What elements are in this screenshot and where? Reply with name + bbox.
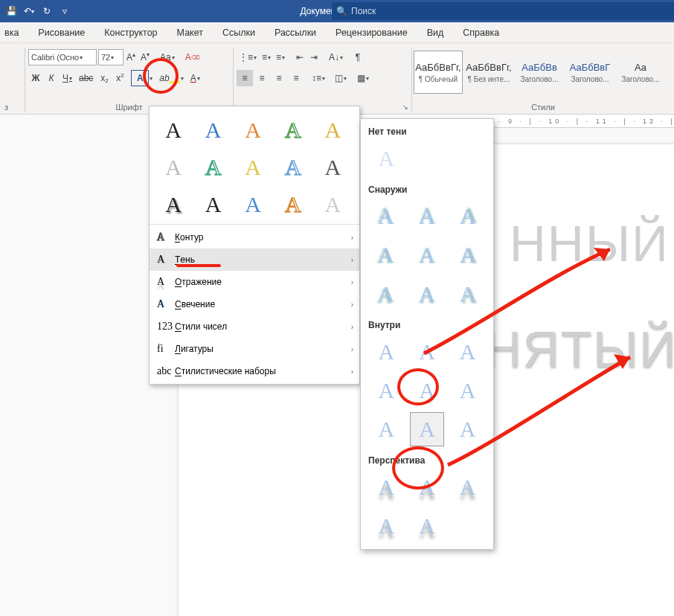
text-effect-preset[interactable]: A	[157, 114, 190, 147]
redo-icon[interactable]: ↻	[40, 4, 54, 18]
highlight-color-button[interactable]: ab	[156, 70, 186, 86]
clear-format-button[interactable]: A⌫	[183, 49, 202, 65]
text-effect-item-лигатуры[interactable]: fiЛигатуры›	[150, 338, 359, 360]
tab-рассылки[interactable]: Рассылки	[273, 28, 318, 38]
borders-button[interactable]: ▦	[355, 70, 371, 86]
grow-font-button[interactable]: A▴	[124, 49, 138, 65]
text-effect-item-стилистические наборы[interactable]: abcСтилистические наборы›	[150, 360, 359, 382]
shadow-preset[interactable]: A	[410, 470, 444, 504]
text-effect-item-контур[interactable]: AКонтур›	[150, 226, 359, 248]
strike-button[interactable]: abc	[76, 70, 96, 86]
tab-макет[interactable]: Макет	[176, 28, 205, 38]
change-case-button[interactable]: Aa	[158, 49, 177, 65]
underline-button[interactable]: Ч	[60, 70, 75, 86]
shadow-preset[interactable]: A	[410, 373, 444, 408]
sample-text-2: НЯТЫЙ	[484, 320, 674, 378]
shadow-preset[interactable]: A	[369, 373, 403, 408]
shadow-preset[interactable]: A	[369, 238, 403, 272]
text-effect-preset[interactable]: A	[237, 151, 269, 184]
shadow-preset[interactable]: A	[451, 412, 485, 446]
text-effect-item-свечение[interactable]: AСвечение›	[150, 293, 359, 315]
text-effects-menu: AAAAAAAAAAAAAAA AКонтур›AТень›AОтражение…	[149, 106, 360, 385]
align-center-button[interactable]: ≡	[254, 70, 270, 86]
shadow-preset[interactable]: A	[410, 277, 444, 311]
shadow-section-label: Внутри	[368, 317, 486, 335]
text-effect-item-стили чисел[interactable]: 123Стили чисел›	[150, 315, 359, 338]
align-left-button[interactable]: ≡	[237, 70, 253, 86]
justify-button[interactable]: ≡	[288, 70, 304, 86]
text-effect-preset[interactable]: A	[157, 188, 190, 221]
shading-button[interactable]: ◫	[333, 70, 349, 86]
shadow-preset[interactable]: A	[451, 373, 485, 408]
shadow-preset[interactable]: A	[369, 470, 403, 504]
ribbon-tabs: вкаРисованиеКонструкторМакетСсылкиРассыл…	[0, 22, 674, 43]
shadow-preset[interactable]: A	[451, 238, 485, 272]
tab-справка[interactable]: Справка	[461, 28, 501, 38]
shadow-preset[interactable]: A	[369, 412, 403, 446]
tab-вид[interactable]: Вид	[426, 28, 446, 38]
shadow-preset[interactable]: A	[410, 335, 444, 369]
shadow-preset[interactable]: A	[369, 199, 403, 234]
tab-рисование[interactable]: Рисование	[36, 28, 86, 38]
style-card[interactable]: АаБбВвГЗаголово...	[565, 51, 614, 94]
text-effect-preset[interactable]: A	[316, 114, 349, 147]
superscript-button[interactable]: x2	[112, 70, 127, 86]
shadow-preset[interactable]: A	[410, 509, 444, 543]
font-color-button[interactable]: A	[187, 70, 203, 86]
text-effect-preset[interactable]: A	[197, 114, 230, 147]
outdent-button[interactable]: ⇤	[293, 49, 306, 65]
text-effect-preset[interactable]: A	[237, 114, 269, 147]
style-card[interactable]: АаБбВвГг,¶ Без инте...	[464, 51, 513, 94]
shadow-preset[interactable]: A	[451, 470, 485, 504]
bullets-button[interactable]: ⋮≡	[237, 49, 259, 65]
font-name-combo[interactable]: Calibri (Осно	[28, 49, 97, 65]
text-effect-preset[interactable]: A	[316, 188, 349, 221]
align-right-button[interactable]: ≡	[271, 70, 287, 86]
shadow-preset[interactable]: A	[369, 335, 403, 369]
text-effect-preset[interactable]: A	[197, 151, 230, 184]
indent-button[interactable]: ⇥	[307, 49, 321, 65]
show-marks-button[interactable]: ¶	[351, 49, 365, 65]
text-effect-preset[interactable]: A	[157, 151, 190, 184]
numbering-button[interactable]: ≡	[260, 49, 273, 65]
shrink-font-button[interactable]: A▾	[138, 49, 152, 65]
text-effect-preset[interactable]: A	[277, 151, 309, 184]
style-card[interactable]: АаЗаголово...	[616, 51, 665, 94]
shadow-preset[interactable]: A	[410, 238, 444, 272]
subscript-button[interactable]: x2	[97, 70, 112, 86]
tab-ссылки[interactable]: Ссылки	[221, 28, 257, 38]
text-effect-preset[interactable]: A	[316, 151, 349, 184]
style-card[interactable]: АаБбВвЗаголово...	[515, 51, 564, 94]
shadow-preset[interactable]: A	[451, 199, 485, 234]
text-effect-preset[interactable]: A	[277, 188, 309, 221]
text-effect-item-тень[interactable]: AТень›	[150, 248, 359, 271]
search-box[interactable]: 🔍 Поиск	[332, 2, 674, 20]
paragraph-dialog-launcher[interactable]: ↘	[402, 103, 410, 111]
shadow-preset[interactable]: A	[451, 277, 485, 311]
shadow-preset[interactable]: A	[369, 141, 403, 176]
tab-рецензирование[interactable]: Рецензирование	[334, 28, 409, 38]
shadow-preset[interactable]: A	[369, 277, 403, 311]
multilevel-button[interactable]: ≡	[274, 49, 287, 65]
qat-customize-icon[interactable]: ▿	[58, 4, 71, 18]
text-effect-preset[interactable]: A	[277, 114, 309, 147]
save-icon[interactable]: 💾	[4, 4, 18, 18]
style-card[interactable]: АаБбВвГг,¶ Обычный	[414, 51, 463, 94]
font-size-combo[interactable]: 72	[98, 49, 123, 65]
text-effect-preset[interactable]: A	[197, 188, 230, 221]
ribbon: з Calibri (Осно 72 A▴ A▾ Aa A⌫ Ж К Ч abc…	[0, 43, 674, 115]
text-effect-item-отражение[interactable]: AОтражение›	[150, 271, 359, 293]
tab-вка[interactable]: вка	[3, 28, 20, 38]
bold-button[interactable]: Ж	[28, 70, 43, 86]
italic-button[interactable]: К	[44, 70, 59, 86]
undo-icon[interactable]: ↶▾	[22, 4, 36, 18]
shadow-preset[interactable]: A	[451, 335, 485, 369]
text-effects-button[interactable]: A	[128, 70, 155, 86]
shadow-preset[interactable]: A	[369, 509, 403, 543]
line-spacing-button[interactable]: ↕≡	[310, 70, 327, 86]
sort-button[interactable]: A↓	[327, 49, 345, 65]
shadow-preset[interactable]: A	[410, 199, 444, 234]
tab-конструктор[interactable]: Конструктор	[103, 28, 158, 38]
text-effect-preset[interactable]: A	[237, 188, 269, 221]
shadow-preset[interactable]: A	[410, 412, 444, 446]
